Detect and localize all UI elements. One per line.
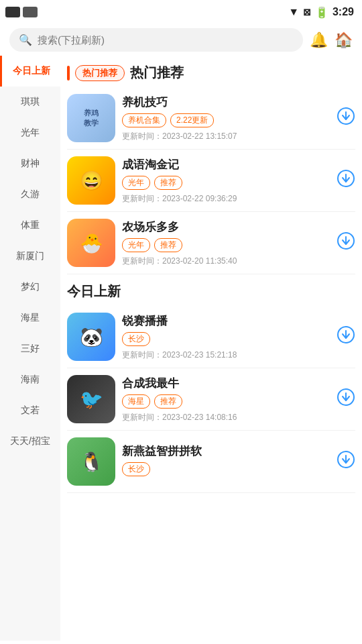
app-time-hecheng: 更新时间：2023-02-23 14:08:16 (122, 412, 330, 423)
search-bar: 🔍 🔔 🏠 (0, 24, 362, 56)
hot-section-header: 热门推荐 热门推荐 (67, 56, 355, 87)
download-btn-xinyan[interactable] (337, 450, 355, 474)
app-info-hecheng: 合成我最牛 海星 推荐 更新时间：2023-02-23 14:08:16 (122, 376, 330, 423)
app-icon-nongchang[interactable]: 🐣 (67, 219, 115, 267)
tag-haixing-hecheng[interactable]: 海星 (122, 394, 150, 409)
app-time-ruisai: 更新时间：2023-02-23 15:21:18 (122, 350, 330, 361)
app-info-yangji: 养机技巧 养机合集 2.22更新 更新时间：2023-02-22 13:15:0… (122, 95, 330, 142)
app-tags-nongchang: 光年 推荐 (122, 238, 330, 252)
tag-yangjihezi[interactable]: 养机合集 (122, 113, 166, 127)
tag-changsha-xinyan[interactable]: 长沙 (122, 462, 150, 476)
app-tags-hecheng: 海星 推荐 (122, 394, 330, 409)
app-tags-chengyu: 光年 推荐 (122, 176, 330, 190)
status-bar: ▼ ⊠ 🔋 3:29 (0, 0, 362, 24)
download-btn-ruisai[interactable] (337, 325, 355, 349)
sidebar-item-qiqi[interactable]: 琪琪 (0, 87, 60, 117)
app-item-nongchang: 🐣 农场乐多多 光年 推荐 更新时间：2023-02-20 11:35:40 (67, 212, 355, 274)
main-layout: 今日上新 琪琪 光年 财神 久游 体重 新厦门 梦幻 海星 三好 海南 文若 天… (0, 56, 362, 641)
sidebar-item-caishen[interactable]: 财神 (0, 148, 60, 179)
bell-icon[interactable]: 🔔 (310, 32, 328, 49)
section-bar-hot (67, 66, 70, 80)
app-tags-ruisai: 长沙 (122, 332, 330, 346)
tag-222gengxin[interactable]: 2.22更新 (170, 113, 214, 127)
status-right: ▼ ⊠ 🔋 3:29 (288, 6, 354, 19)
app-name-hecheng: 合成我最牛 (122, 376, 330, 391)
app-icon-ruisai[interactable]: 🐼 (67, 313, 115, 361)
home-icon[interactable]: 🏠 (335, 32, 353, 49)
app-icon-1 (5, 7, 20, 17)
app-info-chengyu: 成语淘金记 光年 推荐 更新时间：2023-02-22 09:36:29 (122, 157, 330, 205)
app-icon-hecheng[interactable]: 🐦 (67, 375, 115, 423)
app-name-chengyu: 成语淘金记 (122, 157, 330, 172)
app-time-nongchang: 更新时间：2023-02-20 11:35:40 (122, 256, 330, 267)
app-name-yangji: 养机技巧 (122, 95, 330, 110)
app-item-xinyan: 🐧 新燕益智拼拼软 长沙 (67, 431, 355, 493)
sidebar-item-tiantianzhaobao[interactable]: 天天/招宝 (0, 426, 60, 457)
search-input[interactable] (38, 34, 294, 46)
app-name-ruisai: 锐赛播播 (122, 313, 330, 329)
hot-title: 热门推荐 (130, 64, 184, 82)
status-time: 3:29 (333, 6, 354, 18)
sidebar-item-jiuyou[interactable]: 久游 (0, 179, 60, 210)
app-tags-xinyan: 长沙 (122, 462, 330, 476)
status-left-icons (5, 7, 38, 17)
sidebar-item-xinxiamen[interactable]: 新厦门 (0, 241, 60, 272)
tag-guangnian-chengyu[interactable]: 光年 (122, 176, 150, 190)
app-info-ruisai: 锐赛播播 长沙 更新时间：2023-02-23 15:21:18 (122, 313, 330, 361)
battery-icon: 🔋 (315, 6, 328, 19)
sidebar-item-tizhong[interactable]: 体重 (0, 210, 60, 241)
app-item-yangji: 养鸡 教学 养机技巧 养机合集 2.22更新 更新时间：2023-02-22 1… (67, 87, 355, 150)
tag-tuijian-hecheng[interactable]: 推荐 (154, 394, 182, 409)
app-info-nongchang: 农场乐多多 光年 推荐 更新时间：2023-02-20 11:35:40 (122, 219, 330, 267)
tag-changsha-ruisai[interactable]: 长沙 (122, 332, 150, 346)
search-icon: 🔍 (19, 34, 32, 46)
wifi-icon: ▼ (288, 6, 299, 18)
sidebar-item-hainan[interactable]: 海南 (0, 364, 60, 395)
new-title: 今日上新 (67, 282, 121, 301)
sidebar-item-jintrishangxin[interactable]: 今日上新 (0, 56, 60, 87)
app-icon-chengyu[interactable]: 😄 (67, 156, 115, 205)
app-icon-2 (23, 7, 38, 17)
sidebar-item-haixing[interactable]: 海星 (0, 303, 60, 333)
app-item-chengyu: 😄 成语淘金记 光年 推荐 更新时间：2023-02-22 09:36:29 (67, 150, 355, 212)
app-name-nongchang: 农场乐多多 (122, 219, 330, 235)
download-btn-nongchang[interactable] (337, 231, 355, 255)
sidebar-item-sanhao[interactable]: 三好 (0, 333, 60, 364)
app-item-hecheng: 🐦 合成我最牛 海星 推荐 更新时间：2023-02-23 14:08:16 (67, 368, 355, 431)
sidebar: 今日上新 琪琪 光年 财神 久游 体重 新厦门 梦幻 海星 三好 海南 文若 天… (0, 56, 60, 641)
new-section-header: 今日上新 (67, 274, 355, 306)
hot-tab[interactable]: 热门推荐 (75, 65, 125, 81)
app-time-yangji: 更新时间：2023-02-22 13:15:07 (122, 131, 330, 142)
sidebar-item-wenruo[interactable]: 文若 (0, 395, 60, 426)
app-name-xinyan: 新燕益智拼拼软 (122, 443, 330, 459)
app-time-chengyu: 更新时间：2023-02-22 09:36:29 (122, 193, 330, 205)
download-btn-yangji[interactable] (337, 107, 355, 130)
app-icon-xinyan[interactable]: 🐧 (67, 437, 115, 486)
tag-tuijian-nongchang[interactable]: 推荐 (154, 238, 182, 252)
content-area: 热门推荐 热门推荐 养鸡 教学 养机技巧 养机合集 2.22更新 更新时间：20… (60, 56, 362, 641)
tag-tuijian-chengyu[interactable]: 推荐 (154, 176, 182, 190)
signal-icon: ⊠ (303, 7, 311, 17)
tag-guangnian-nongchang[interactable]: 光年 (122, 238, 150, 252)
download-btn-chengyu[interactable] (337, 169, 355, 193)
sidebar-item-guangnian[interactable]: 光年 (0, 117, 60, 148)
app-info-xinyan: 新燕益智拼拼软 长沙 (122, 443, 330, 480)
sidebar-item-menghuan[interactable]: 梦幻 (0, 272, 60, 303)
app-tags-yangji: 养机合集 2.22更新 (122, 113, 330, 127)
download-btn-hecheng[interactable] (337, 388, 355, 411)
app-icon-yangji[interactable]: 养鸡 教学 (67, 94, 115, 142)
app-item-ruisai: 🐼 锐赛播播 长沙 更新时间：2023-02-23 15:21:18 (67, 306, 355, 368)
